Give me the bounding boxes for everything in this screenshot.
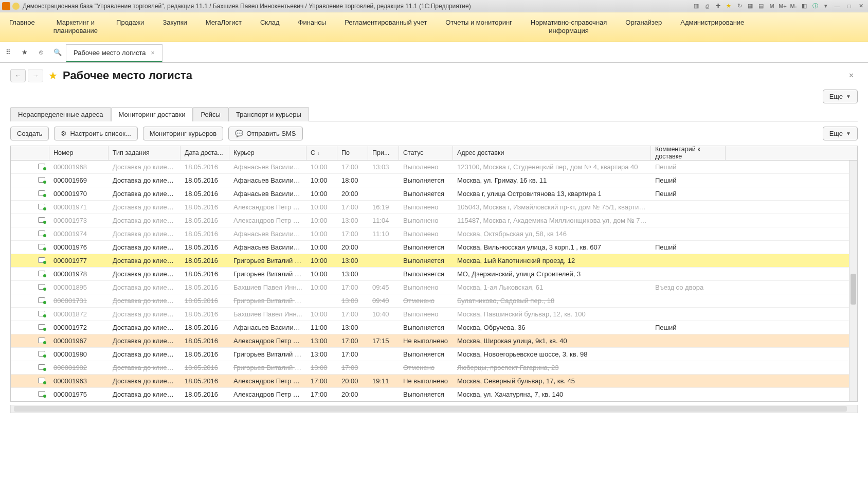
table-row[interactable]: 000001972Доставка до клиента18.05.2016Аф… bbox=[11, 321, 857, 334]
m-button[interactable]: M bbox=[767, 2, 776, 10]
minimize-button[interactable]: — bbox=[832, 2, 842, 10]
toolbar-icon-1[interactable]: ▥ bbox=[692, 2, 701, 10]
toolbar-icon-2[interactable]: ✚ bbox=[713, 2, 722, 10]
panels-icon[interactable]: ◧ bbox=[800, 2, 809, 10]
col-number[interactable]: Номер bbox=[49, 146, 109, 160]
col-to[interactable]: По bbox=[337, 146, 368, 160]
menu-reports[interactable]: Отчеты и мониторинг bbox=[436, 15, 521, 42]
col-icon[interactable] bbox=[11, 146, 49, 160]
tab-transport[interactable]: Транспорт и курьеры bbox=[228, 107, 309, 121]
cell-arrival: 11:10 bbox=[368, 230, 399, 238]
col-courier[interactable]: Курьер bbox=[229, 146, 306, 160]
table-row[interactable]: 000001977Доставка до клиента18.05.2016Гр… bbox=[11, 254, 857, 268]
table-row[interactable]: 000001872Доставка до клиента18.05.2016Ба… bbox=[11, 308, 857, 321]
cell-courier: Григорьев Виталий А... bbox=[229, 270, 306, 278]
table-row[interactable]: 000001982Доставка до клиента18.05.2016Гр… bbox=[11, 361, 857, 375]
table-row[interactable]: 000001970Доставка до клиента18.05.2016Аф… bbox=[11, 187, 857, 201]
table-row[interactable]: 000001731Доставка до клиента18.05.2016Гр… bbox=[11, 294, 857, 308]
table-row[interactable]: 000001971Доставка до клиента18.05.2016Ал… bbox=[11, 201, 857, 214]
menu-main[interactable]: Главное bbox=[0, 15, 44, 42]
search-icon[interactable]: 🔍 bbox=[49, 42, 66, 62]
menu-organizer[interactable]: Органайзер bbox=[616, 15, 671, 42]
cell-type: Доставка до клиента bbox=[109, 310, 180, 318]
table-row[interactable]: 000001895Доставка до клиента18.05.2016Ба… bbox=[11, 281, 857, 294]
menu-reference[interactable]: Нормативно-справочная информация bbox=[521, 15, 617, 42]
table-row[interactable]: 000001974Доставка до клиента18.05.2016Аф… bbox=[11, 227, 857, 241]
table-row[interactable]: 000001969Доставка до клиента18.05.2016Аф… bbox=[11, 174, 857, 187]
calendar-icon[interactable]: ▤ bbox=[756, 2, 766, 10]
menu-warehouse[interactable]: Склад bbox=[251, 15, 289, 42]
send-sms-button[interactable]: 💬 Отправить SMS bbox=[228, 127, 302, 140]
back-button[interactable]: ← bbox=[10, 69, 26, 82]
cell-comment: Пеший bbox=[651, 176, 726, 184]
col-comment[interactable]: Комментарий к доставке bbox=[651, 146, 726, 160]
cell-address: Москва, ул. Хачатуряна, 7, кв. 140 bbox=[453, 391, 651, 398]
mplus-button[interactable]: M+ bbox=[778, 2, 787, 10]
menu-megalogist[interactable]: МегаЛогист bbox=[196, 15, 251, 42]
table-row[interactable]: 000001978Доставка до клиента18.05.2016Гр… bbox=[11, 268, 857, 281]
configure-list-button[interactable]: ⚙ Настроить список... bbox=[54, 127, 137, 140]
history-nav-icon[interactable]: ⎋ bbox=[33, 42, 49, 62]
mminus-button[interactable]: M- bbox=[789, 2, 798, 10]
more-button-top[interactable]: Еще ▼ bbox=[823, 90, 858, 103]
tab-monitoring[interactable]: Мониторинг доставки bbox=[111, 107, 193, 121]
col-status[interactable]: Статус bbox=[399, 146, 453, 160]
table-row[interactable]: 000001976Доставка до клиента18.05.2016Аф… bbox=[11, 241, 857, 254]
cell-from: 17:00 bbox=[306, 391, 337, 398]
cell-courier: Григорьев Виталий Алек... bbox=[229, 364, 306, 371]
cell-courier: Александров Петр К... bbox=[229, 377, 306, 385]
cell-address: Москва г, улица Островитянова 13, кварти… bbox=[453, 190, 651, 198]
page-star-icon[interactable]: ★ bbox=[48, 69, 58, 82]
maximize-button[interactable]: □ bbox=[844, 2, 854, 10]
cell-arrival: 13:03 bbox=[368, 163, 399, 171]
col-type[interactable]: Тип задания bbox=[109, 146, 180, 160]
menu-regulated[interactable]: Регламентированный учет bbox=[335, 15, 436, 42]
cell-address: Булатниково, Садовый пер., 18 bbox=[453, 297, 651, 305]
cell-date: 18.05.2016 bbox=[180, 297, 229, 305]
row-icon-cell bbox=[11, 297, 49, 305]
horizontal-scrollbar[interactable] bbox=[10, 405, 858, 413]
calc-icon[interactable]: ▦ bbox=[746, 2, 755, 10]
forward-button[interactable]: → bbox=[28, 69, 43, 82]
info-icon[interactable]: ⓘ bbox=[810, 2, 820, 10]
scrollbar-thumb[interactable] bbox=[851, 274, 856, 305]
menu-admin[interactable]: Администрирование bbox=[671, 15, 753, 42]
col-arrival[interactable]: При... bbox=[368, 146, 399, 160]
vertical-scrollbar[interactable] bbox=[849, 161, 857, 401]
apps-icon[interactable]: ⠿ bbox=[0, 42, 16, 62]
menu-purchases[interactable]: Закупки bbox=[153, 15, 196, 42]
star-icon[interactable]: ★ bbox=[16, 42, 33, 62]
cell-address: 115487, Москва г, Академика Миллионщиков… bbox=[453, 217, 651, 224]
tab-close-icon[interactable]: × bbox=[151, 49, 155, 57]
print-icon[interactable]: ⎙ bbox=[702, 2, 712, 10]
table-row[interactable]: 000001980Доставка до клиента18.05.2016Гр… bbox=[11, 348, 857, 361]
menu-finance[interactable]: Финансы bbox=[289, 15, 336, 42]
tab-routes[interactable]: Рейсы bbox=[193, 107, 228, 121]
table-row[interactable]: 000001968Доставка до клиента18.05.2016Аф… bbox=[11, 161, 857, 174]
page-close-button[interactable]: × bbox=[845, 69, 858, 82]
menu-marketing[interactable]: Маркетинг и планирование bbox=[44, 15, 107, 42]
dropdown-icon[interactable] bbox=[12, 3, 20, 10]
menu-sales[interactable]: Продажи bbox=[107, 15, 153, 42]
tab-unassigned[interactable]: Нераспределенные адреса bbox=[10, 107, 111, 121]
table-body: 000001968Доставка до клиента18.05.2016Аф… bbox=[11, 161, 857, 401]
table-row[interactable]: 000001967Доставка до клиента18.05.2016Ал… bbox=[11, 334, 857, 348]
table-row[interactable]: 000001975Доставка до клиента18.05.2016Ал… bbox=[11, 388, 857, 401]
cell-date: 18.05.2016 bbox=[180, 310, 229, 318]
row-icon-cell bbox=[11, 310, 49, 318]
history-icon[interactable]: ↻ bbox=[735, 2, 744, 10]
hscroll-thumb[interactable] bbox=[14, 406, 847, 412]
monitor-couriers-button[interactable]: Мониторинг курьеров bbox=[143, 127, 224, 140]
col-date[interactable]: Дата доста... bbox=[180, 146, 229, 160]
table-row[interactable]: 000001973Доставка до клиента18.05.2016Ал… bbox=[11, 214, 857, 227]
create-button[interactable]: Создать bbox=[10, 127, 49, 140]
col-from[interactable]: С↓ bbox=[306, 146, 337, 160]
col-address[interactable]: Адрес доставки bbox=[453, 146, 651, 160]
table-row[interactable]: 000001963Доставка до клиента18.05.2016Ал… bbox=[11, 375, 857, 388]
more-button-toolbar[interactable]: Еще ▼ bbox=[823, 127, 858, 140]
favorite-icon[interactable]: ★ bbox=[724, 2, 733, 10]
close-window-button[interactable]: ✕ bbox=[856, 2, 866, 10]
cell-to: 17:00 bbox=[337, 203, 368, 211]
tab-logist-workspace[interactable]: Рабочее место логиста × bbox=[66, 44, 162, 62]
info-dd-icon[interactable]: ▾ bbox=[821, 2, 830, 10]
